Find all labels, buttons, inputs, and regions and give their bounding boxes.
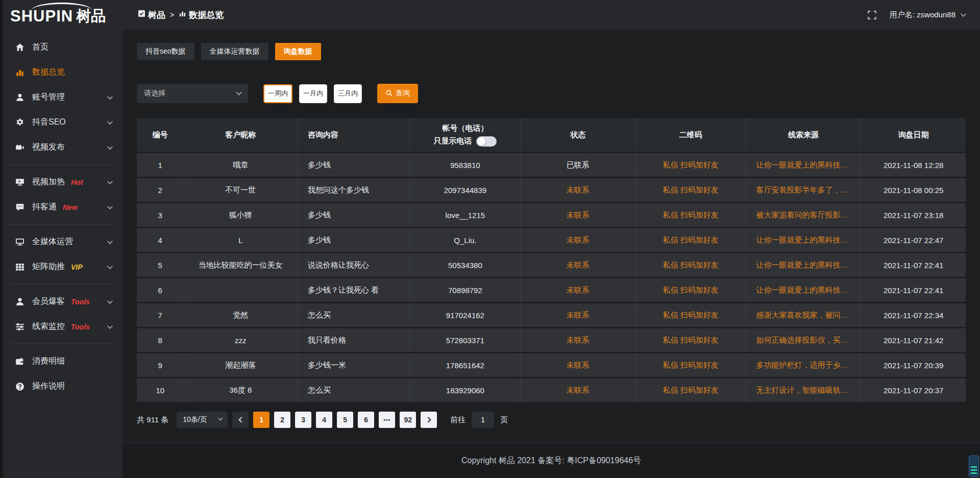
qr-add-friend-link[interactable]: 私信 扫码加好友 — [636, 328, 746, 352]
table-row: 7觉然怎么买917024162未联系私信 扫码加好友感谢大家喜欢我家，被问了好.… — [137, 303, 966, 327]
cell-account: 70898792 — [410, 278, 521, 302]
cell-date: 2021-11-07 22:41 — [861, 278, 966, 302]
qr-add-friend-link[interactable]: 私信 扫码加好友 — [636, 353, 746, 377]
sidebar-divider — [9, 284, 113, 284]
sidebar-divider — [9, 164, 113, 165]
cell-content: 多少钱？让我死心 看 — [298, 278, 410, 302]
goto-page-input[interactable] — [472, 412, 494, 428]
video-icon — [15, 143, 24, 152]
sidebar-item-matrix-boost[interactable]: 矩阵助推VIP — [0, 254, 122, 279]
sidebar-item-operation-guide[interactable]: 操作说明 — [0, 374, 122, 399]
clue-source-link[interactable]: 让你一眼就爱上的黑科技，能... — [746, 253, 862, 277]
phone-only-row: 只显示电话 — [415, 136, 515, 147]
breadcrumb-item-root[interactable]: 树品 — [138, 9, 165, 21]
prev-page-button[interactable] — [232, 412, 249, 428]
cell-account: 9583810 — [410, 153, 521, 177]
heat-icon — [15, 178, 24, 187]
sidebar-item-label: 全媒体运营 — [32, 236, 73, 247]
clue-source-link[interactable]: 让你一眼就爱上的黑科技，能... — [746, 153, 862, 177]
clue-source-link[interactable]: 多功能护栏灯，适用于乡村文... — [746, 353, 862, 377]
status-badge: 未联系 — [521, 278, 636, 302]
sidebar-item-home[interactable]: 首页 — [0, 35, 122, 60]
total-count-label: 共 911 条 — [137, 415, 168, 425]
table-row: 6多少钱？让我死心 看70898792未联系私信 扫码加好友让你一眼就爱上的黑科… — [137, 278, 966, 302]
more-pages-button[interactable]: ••• — [379, 412, 395, 428]
qr-add-friend-link[interactable]: 私信 扫码加好友 — [636, 178, 746, 202]
table-row: 4L多少钱Q_Liu.未联系私信 扫码加好友让你一眼就爱上的黑科技，能...20… — [137, 228, 966, 252]
fullscreen-icon[interactable] — [868, 11, 876, 19]
tab-omnimedia-data[interactable]: 全媒体运营数据 — [201, 43, 268, 60]
sidebar-item-video-heating[interactable]: 视频加热Hot — [0, 170, 122, 195]
clue-source-link[interactable]: 客厅安装投影半年多了，真实... — [746, 178, 862, 202]
range-button-week[interactable]: 一周内 — [263, 84, 292, 103]
page-button-4[interactable]: 4 — [316, 412, 332, 428]
next-page-button[interactable] — [421, 412, 437, 428]
inquiry-table-wrap: 编号客户昵称咨询内容帐号（电话）只显示电话状态二维码线索来源询盘日期 1哦章多少… — [137, 116, 966, 403]
qr-add-friend-link[interactable]: 私信 扫码加好友 — [636, 378, 746, 402]
page-button-5[interactable]: 5 — [337, 412, 353, 428]
status-badge: 未联系 — [521, 228, 636, 252]
widget-bar — [971, 466, 977, 468]
range-button-month[interactable]: 一月内 — [299, 84, 327, 103]
cell-content: 怎么买 — [298, 378, 410, 402]
user-menu[interactable]: 用户名: zswodun88 — [890, 10, 965, 20]
cell-no: 4 — [137, 228, 184, 252]
screenshot-widget[interactable] — [969, 456, 979, 477]
topbar-right: 用户名: zswodun88 — [868, 10, 965, 20]
sidebar-item-clue-monitoring[interactable]: 线索监控Tools — [0, 314, 122, 339]
qr-add-friend-link[interactable]: 私信 扫码加好友 — [636, 153, 746, 177]
cell-nickname: 觉然 — [184, 303, 298, 327]
qr-add-friend-link[interactable]: 私信 扫码加好友 — [636, 203, 746, 227]
qr-add-friend-link[interactable]: 私信 扫码加好友 — [636, 278, 746, 302]
phone-only-toggle[interactable] — [476, 136, 497, 147]
chevron-down-icon — [107, 298, 113, 303]
chevron-down-icon — [218, 416, 223, 421]
clue-source-link[interactable]: 感谢大家喜欢我家，被问了好... — [746, 303, 862, 327]
sidebar: SHUPIN 树品 首页数据总览账号管理抖音SEO视频发布视频加热Hot抖客通N… — [0, 0, 122, 478]
page-size-select[interactable]: 10条/页 — [177, 412, 228, 428]
cell-date: 2021-11-07 20:39 — [861, 353, 966, 377]
table-row: 2不可一世我想问这个多少钱2097344839未联系私信 扫码加好友客厅安装投影… — [137, 178, 966, 202]
cell-content: 多少钱一米 — [298, 353, 410, 377]
sidebar-item-omnimedia-operation[interactable]: 全媒体运营 — [0, 229, 122, 254]
sidebar-item-consumption-details[interactable]: 消费明细 — [0, 349, 122, 374]
sidebar-item-video-publish[interactable]: 视频发布 — [0, 135, 122, 160]
qr-add-friend-link[interactable]: 私信 扫码加好友 — [636, 253, 746, 277]
query-button[interactable]: 查询 — [377, 84, 418, 103]
clue-source-link[interactable]: 让你一眼就爱上的黑科技，能... — [746, 228, 862, 252]
sidebar-item-account-management[interactable]: 账号管理 — [0, 85, 122, 110]
sidebar-item-member-baoke[interactable]: 会员爆客Tools — [0, 289, 122, 314]
clue-source-link[interactable]: 无主灯设计，智能磁吸轨道灯... — [746, 378, 862, 402]
range-button-quarter[interactable]: 三月内 — [334, 84, 362, 103]
clue-source-link[interactable]: 让你一眼就爱上的黑科技，能... — [746, 278, 862, 302]
page-button-3[interactable]: 3 — [295, 412, 311, 428]
page-button-1[interactable]: 1 — [253, 412, 270, 428]
sidebar-item-label: 视频加热 — [32, 177, 65, 187]
wallet-icon — [15, 357, 24, 366]
sidebar-item-badge: New — [63, 203, 78, 211]
page-button-6[interactable]: 6 — [358, 412, 374, 428]
cell-nickname: zzz — [184, 328, 298, 352]
tab-inquiry-data[interactable]: 询盘数据 — [275, 43, 321, 60]
sidebar-item-douyin-seo[interactable]: 抖音SEO — [0, 110, 122, 135]
cell-account: 572803371 — [410, 328, 521, 352]
tab-douyin-seo-data[interactable]: 抖音seo数据 — [137, 43, 194, 60]
chat-icon — [15, 203, 24, 212]
breadcrumb: 树品 > 数据总览 — [138, 9, 224, 21]
sliders-icon — [15, 322, 24, 331]
column-header-no: 编号 — [137, 118, 184, 152]
page-button-92[interactable]: 92 — [400, 412, 416, 428]
clue-source-link[interactable]: 如何正确选择投影仪，买投影... — [746, 328, 862, 352]
cell-nickname — [184, 278, 298, 302]
brand-logo[interactable]: SHUPIN 树品 — [0, 0, 122, 33]
sidebar-item-label: 操作说明 — [32, 381, 65, 392]
page-button-2[interactable]: 2 — [274, 412, 290, 428]
clue-source-link[interactable]: 被大家追着问的客厅投影分享... — [746, 203, 862, 227]
qr-add-friend-link[interactable]: 私信 扫码加好友 — [636, 303, 746, 327]
topbar: 树品 > 数据总览 用户名: zswodun88 — [122, 0, 980, 30]
sidebar-item-douketong[interactable]: 抖客通New — [0, 195, 122, 220]
sidebar-item-data-overview[interactable]: 数据总览 — [0, 60, 122, 85]
qr-add-friend-link[interactable]: 私信 扫码加好友 — [636, 228, 746, 252]
filter-select[interactable]: 请选择 — [137, 84, 248, 103]
breadcrumb-item-current[interactable]: 数据总览 — [179, 9, 224, 21]
